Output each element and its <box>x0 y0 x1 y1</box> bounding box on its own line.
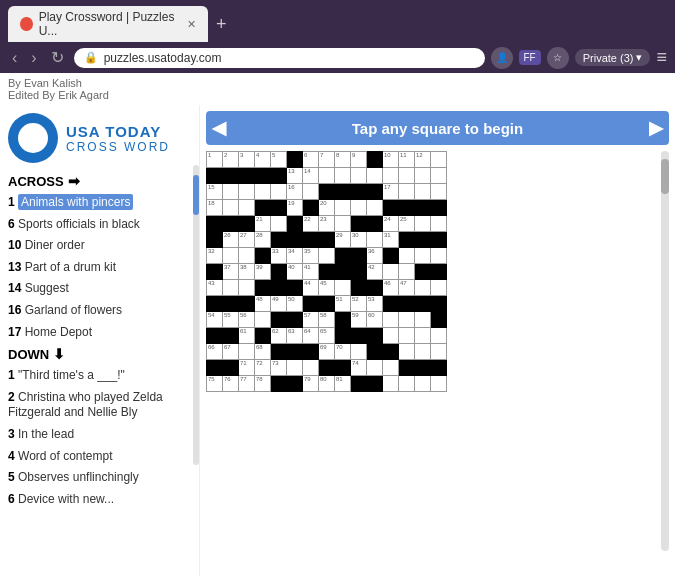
cell-4-13[interactable] <box>415 216 431 232</box>
clue-down-6[interactable]: 6 Device with new... <box>8 492 191 508</box>
cell-11-4[interactable]: 62 <box>271 328 287 344</box>
cell-7-1[interactable]: 37 <box>223 264 239 280</box>
clue-down-5[interactable]: 5 Observes unflinchingly <box>8 470 191 486</box>
crossword-grid[interactable]: 1234567891011121314151617181920212223242… <box>206 151 659 575</box>
cell-14-8[interactable]: 81 <box>335 376 351 392</box>
cell-10-0[interactable]: 54 <box>207 312 223 328</box>
cell-4-7[interactable]: 23 <box>319 216 335 232</box>
cell-13-4[interactable]: 73 <box>271 360 287 376</box>
cell-0-14[interactable] <box>431 152 447 168</box>
clue-across-14[interactable]: 14 Suggest <box>8 281 191 297</box>
cell-0-3[interactable]: 4 <box>255 152 271 168</box>
cell-6-1[interactable] <box>223 248 239 264</box>
cell-12-1[interactable]: 67 <box>223 344 239 360</box>
cell-8-8[interactable] <box>335 280 351 296</box>
profile-icon[interactable]: 👤 <box>491 47 513 69</box>
active-tab[interactable]: Play Crossword | Puzzles U... ✕ <box>8 6 208 42</box>
cell-11-7[interactable]: 65 <box>319 328 335 344</box>
cell-4-14[interactable] <box>431 216 447 232</box>
cell-11-11[interactable] <box>383 328 399 344</box>
cell-0-4[interactable]: 5 <box>271 152 287 168</box>
cell-4-4[interactable] <box>271 216 287 232</box>
cell-0-12[interactable]: 11 <box>399 152 415 168</box>
cell-2-5[interactable]: 16 <box>287 184 303 200</box>
cell-10-3[interactable] <box>255 312 271 328</box>
sidebar-scrollbar-thumb[interactable] <box>193 175 199 215</box>
cell-1-13[interactable] <box>415 168 431 184</box>
cell-5-11[interactable]: 31 <box>383 232 399 248</box>
cell-2-13[interactable] <box>415 184 431 200</box>
cell-3-1[interactable] <box>223 200 239 216</box>
cell-14-14[interactable] <box>431 376 447 392</box>
cell-8-7[interactable]: 45 <box>319 280 335 296</box>
cell-1-11[interactable] <box>383 168 399 184</box>
cell-11-5[interactable]: 63 <box>287 328 303 344</box>
cell-3-7[interactable]: 20 <box>319 200 335 216</box>
cell-12-2[interactable] <box>239 344 255 360</box>
cell-10-9[interactable]: 59 <box>351 312 367 328</box>
cell-9-9[interactable]: 52 <box>351 296 367 312</box>
cell-0-0[interactable]: 1 <box>207 152 223 168</box>
cell-8-14[interactable] <box>431 280 447 296</box>
cell-5-10[interactable] <box>367 232 383 248</box>
cell-2-11[interactable]: 17 <box>383 184 399 200</box>
clue-down-1[interactable]: 1 "Third time's a ___!" <box>8 368 191 384</box>
cell-14-2[interactable]: 77 <box>239 376 255 392</box>
cell-11-14[interactable] <box>431 328 447 344</box>
cell-10-11[interactable] <box>383 312 399 328</box>
cell-2-1[interactable] <box>223 184 239 200</box>
cell-8-6[interactable]: 44 <box>303 280 319 296</box>
cell-9-8[interactable]: 51 <box>335 296 351 312</box>
cell-4-3[interactable]: 21 <box>255 216 271 232</box>
cell-10-7[interactable]: 58 <box>319 312 335 328</box>
grid-scrollbar[interactable] <box>661 151 669 551</box>
cell-3-0[interactable]: 18 <box>207 200 223 216</box>
firefox-badge[interactable]: FF <box>519 50 541 65</box>
cell-7-5[interactable]: 40 <box>287 264 303 280</box>
cell-14-0[interactable]: 75 <box>207 376 223 392</box>
clue-down-2[interactable]: 2 Christina who played Zelda Fitzgerald … <box>8 390 191 421</box>
cell-4-6[interactable]: 22 <box>303 216 319 232</box>
cell-12-8[interactable]: 70 <box>335 344 351 360</box>
cell-14-12[interactable] <box>399 376 415 392</box>
cell-2-2[interactable] <box>239 184 255 200</box>
cell-6-12[interactable] <box>399 248 415 264</box>
cell-6-10[interactable]: 36 <box>367 248 383 264</box>
cell-4-12[interactable]: 25 <box>399 216 415 232</box>
cell-2-12[interactable] <box>399 184 415 200</box>
cell-5-8[interactable]: 29 <box>335 232 351 248</box>
cell-13-5[interactable] <box>287 360 303 376</box>
crossword-table[interactable]: 1234567891011121314151617181920212223242… <box>206 151 447 392</box>
private-mode-button[interactable]: Private (3) ▾ <box>575 49 651 66</box>
cell-14-11[interactable] <box>383 376 399 392</box>
cell-0-6[interactable]: 6 <box>303 152 319 168</box>
bookmark-icon[interactable]: ☆ <box>547 47 569 69</box>
cell-0-8[interactable]: 8 <box>335 152 351 168</box>
menu-button[interactable]: ≡ <box>656 47 667 68</box>
new-tab-button[interactable]: + <box>212 14 231 35</box>
cell-12-7[interactable]: 69 <box>319 344 335 360</box>
clue-down-4[interactable]: 4 Word of contempt <box>8 449 191 465</box>
cell-14-3[interactable]: 78 <box>255 376 271 392</box>
cell-0-2[interactable]: 3 <box>239 152 255 168</box>
grid-prev-button[interactable]: ◀ <box>212 117 226 139</box>
cell-8-13[interactable] <box>415 280 431 296</box>
cell-10-1[interactable]: 55 <box>223 312 239 328</box>
back-button[interactable]: ‹ <box>8 47 21 69</box>
cell-11-13[interactable] <box>415 328 431 344</box>
cell-0-9[interactable]: 9 <box>351 152 367 168</box>
cell-13-10[interactable] <box>367 360 383 376</box>
grid-scrollbar-thumb[interactable] <box>661 159 669 194</box>
clue-across-16[interactable]: 16 Garland of flowers <box>8 303 191 319</box>
cell-14-6[interactable]: 79 <box>303 376 319 392</box>
cell-6-13[interactable] <box>415 248 431 264</box>
cell-13-9[interactable]: 74 <box>351 360 367 376</box>
cell-4-8[interactable] <box>335 216 351 232</box>
cell-0-11[interactable]: 10 <box>383 152 399 168</box>
grid-next-button[interactable]: ▶ <box>649 117 663 139</box>
cell-3-2[interactable] <box>239 200 255 216</box>
cell-1-5[interactable]: 13 <box>287 168 303 184</box>
cell-9-5[interactable]: 50 <box>287 296 303 312</box>
cell-10-13[interactable] <box>415 312 431 328</box>
cell-12-12[interactable] <box>399 344 415 360</box>
